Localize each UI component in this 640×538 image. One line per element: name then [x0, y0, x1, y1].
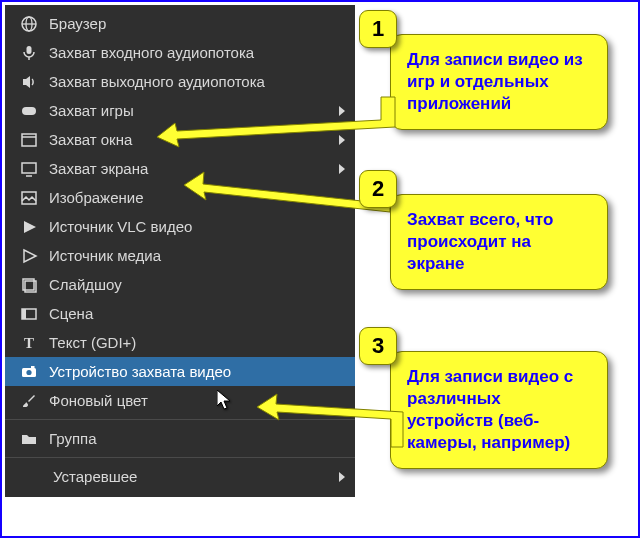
menu-item-color-source[interactable]: Фоновый цвет [5, 386, 355, 415]
menu-item-display-capture[interactable]: Захват экрана [5, 154, 355, 183]
menu-item-text-gdi[interactable]: T Текст (GDI+) [5, 328, 355, 357]
svg-rect-3 [27, 46, 32, 54]
callout-badge-1: 1 [359, 10, 397, 48]
menu-item-deprecated[interactable]: Устаревшее [5, 462, 355, 491]
svg-rect-8 [22, 163, 36, 173]
callout-box-2: Захват всего, что происходит на экране [390, 194, 608, 290]
menu-item-label: Группа [49, 430, 97, 447]
menu-divider [5, 419, 355, 420]
callout-text: Для записи видео с различных устройств (… [407, 367, 573, 452]
speaker-icon [19, 72, 39, 92]
menu-item-browser[interactable]: Браузер [5, 9, 355, 38]
camera-icon [19, 362, 39, 382]
menu-item-label: Захват игры [49, 102, 134, 119]
scene-icon [19, 304, 39, 324]
window-icon [19, 130, 39, 150]
callout-number: 3 [372, 333, 384, 359]
play-outline-icon [19, 246, 39, 266]
menu-item-window-capture[interactable]: Захват окна [5, 125, 355, 154]
menu-item-label: Источник VLC видео [49, 218, 192, 235]
menu-item-label: Браузер [49, 15, 106, 32]
menu-item-label: Устаревшее [53, 468, 137, 485]
callout-number: 2 [372, 176, 384, 202]
svg-rect-6 [22, 134, 36, 146]
svg-rect-18 [31, 366, 35, 368]
globe-icon [19, 14, 39, 34]
callout-badge-3: 3 [359, 327, 397, 365]
menu-item-video-capture-device[interactable]: Устройство захвата видео [5, 357, 355, 386]
menu-item-label: Захват экрана [49, 160, 148, 177]
folder-icon [19, 429, 39, 449]
brush-icon [19, 391, 39, 411]
callout-text: Захват всего, что происходит на экране [407, 210, 553, 273]
svg-rect-5 [22, 107, 36, 115]
menu-item-vlc-source[interactable]: Источник VLC видео [5, 212, 355, 241]
sources-context-menu: Браузер Захват входного аудиопотока Захв… [5, 5, 355, 497]
menu-item-scene[interactable]: Сцена [5, 299, 355, 328]
callout-box-1: Для записи видео из игр и отдельных прил… [390, 34, 608, 130]
callout-badge-2: 2 [359, 170, 397, 208]
microphone-icon [19, 43, 39, 63]
menu-item-group[interactable]: Группа [5, 424, 355, 453]
menu-item-label: Захват окна [49, 131, 132, 148]
menu-item-label: Текст (GDI+) [49, 334, 136, 351]
slideshow-icon [19, 275, 39, 295]
menu-item-label: Устройство захвата видео [49, 363, 231, 380]
annotated-screenshot: Браузер Захват входного аудиопотока Захв… [0, 0, 640, 538]
menu-item-label: Изображение [49, 189, 144, 206]
image-icon [19, 188, 39, 208]
menu-item-label: Фоновый цвет [49, 392, 148, 409]
menu-item-audio-input[interactable]: Захват входного аудиопотока [5, 38, 355, 67]
menu-divider [5, 457, 355, 458]
menu-item-label: Захват выходного аудиопотока [49, 73, 265, 90]
text-icon: T [19, 333, 39, 353]
menu-item-media-source[interactable]: Источник медиа [5, 241, 355, 270]
svg-rect-14 [22, 309, 26, 319]
menu-item-label: Сцена [49, 305, 93, 322]
play-icon [19, 217, 39, 237]
menu-item-audio-output[interactable]: Захват выходного аудиопотока [5, 67, 355, 96]
menu-item-label: Захват входного аудиопотока [49, 44, 254, 61]
gamepad-icon [19, 101, 39, 121]
svg-point-17 [26, 369, 31, 374]
menu-item-label: Источник медиа [49, 247, 161, 264]
menu-item-label: Слайдшоу [49, 276, 122, 293]
svg-text:T: T [24, 335, 34, 351]
menu-item-game-capture[interactable]: Захват игры [5, 96, 355, 125]
menu-item-slideshow[interactable]: Слайдшоу [5, 270, 355, 299]
monitor-icon [19, 159, 39, 179]
menu-item-image[interactable]: Изображение [5, 183, 355, 212]
callout-number: 1 [372, 16, 384, 42]
callout-box-3: Для записи видео с различных устройств (… [390, 351, 608, 469]
callout-text: Для записи видео из игр и отдельных прил… [407, 50, 583, 113]
